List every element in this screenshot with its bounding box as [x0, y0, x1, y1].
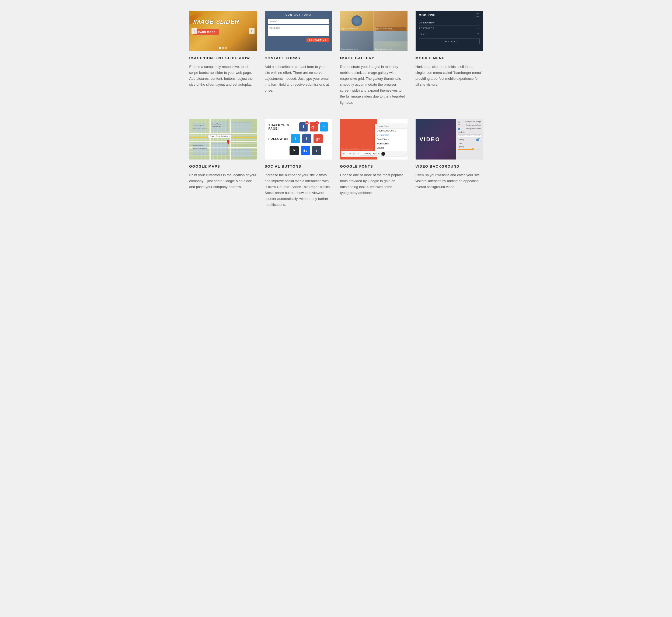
mm-item-overview[interactable]: OVERVIEW	[419, 20, 480, 26]
gallery-cell-2[interactable]: Type caption here	[374, 11, 408, 31]
fonts-item-open-sans[interactable]: Open Sans Con...	[375, 129, 407, 133]
mm-logo: MOBIRISE	[419, 13, 436, 17]
tumblr-icon[interactable]: t	[312, 146, 321, 155]
slider-prev-arrow[interactable]: ‹	[192, 28, 197, 34]
gplus-follow-icon[interactable]: g+	[313, 134, 323, 143]
image-gallery-title: IMAGE GALLERY	[340, 56, 408, 60]
map-road-v1	[210, 119, 211, 160]
contact-forms-desc: Add a subscribe or contact form to your …	[265, 64, 332, 93]
feature-google-maps: Jacob K. Javits Convention Center Отель …	[189, 119, 257, 208]
contact-message-input[interactable]	[268, 25, 329, 36]
mobile-menu-preview-container: MOBIRISE ☰ OVERVIEW FEATURES ▼ HELP ▼ DO…	[416, 11, 483, 51]
maps-preview: Jacob K. Javits Convention Center Отель …	[189, 119, 257, 160]
slider-dot-3[interactable]	[225, 47, 227, 49]
fonts-item-ubuntu[interactable]: Ubuntu	[375, 146, 407, 150]
google-maps-desc: Point your customers in the location of …	[189, 172, 257, 190]
social-share-row: SHARE THIS PAGE! f 192 g+ 47 t	[268, 122, 328, 132]
feature-google-fonts: ite in a few clicks! Mobirise helps you …	[340, 119, 408, 208]
fonts-toolbar-select[interactable]: Raleway	[361, 152, 377, 156]
fonts-preview: ite in a few clicks! Mobirise helps you …	[340, 119, 408, 160]
social-extra-row: ☀ Be t	[289, 146, 328, 155]
video-panel-bg-video-row: Background Video	[458, 128, 481, 130]
github-icon[interactable]: ☀	[289, 146, 299, 155]
slider-heading: IMAGE SLIDER	[193, 18, 239, 25]
fonts-toolbar-more[interactable]: •••	[357, 153, 360, 155]
gallery-caption-1: Type caption here	[341, 28, 359, 30]
google-fonts-title: GOOGLE FONTS	[340, 164, 408, 168]
map-road-h1	[189, 133, 257, 134]
gallery-cell-1[interactable]: Type caption here	[340, 11, 374, 31]
gallery-cell-4[interactable]: Type caption here	[374, 31, 408, 51]
contact-forms-title: CONTACT FORMS	[265, 56, 332, 60]
fonts-toolbar-bold[interactable]: B	[343, 153, 346, 155]
mm-hamburger-icon[interactable]: ☰	[476, 13, 480, 17]
social-share-label: SHARE THIS PAGE!	[268, 124, 297, 130]
video-preview-container: VIDEO Background Image Background Color	[416, 119, 483, 160]
mm-item-help[interactable]: HELP ▼	[419, 31, 480, 37]
feature-mobile-menu: MOBIRISE ☰ OVERVIEW FEATURES ▼ HELP ▼ DO…	[416, 11, 483, 106]
slider-dot-1[interactable]	[219, 47, 221, 49]
map-label-4: Times Square	[211, 126, 221, 128]
fonts-item-raleway[interactable]: ✓ Raleway	[375, 133, 407, 137]
map-road-h2	[189, 141, 257, 142]
feature-video-background: VIDEO Background Image Background Color	[416, 119, 483, 208]
social-follow-label: FOLLOW US	[268, 137, 289, 140]
video-background-desc: Liven up your website and catch your sit…	[416, 172, 483, 190]
mm-item-features[interactable]: FEATURES ▼	[419, 26, 480, 31]
gplus-share-icon[interactable]: g+ 47	[310, 122, 318, 132]
behance-icon[interactable]: Be	[301, 146, 310, 155]
video-overlay-toggle[interactable]	[476, 139, 481, 141]
map-block-3	[232, 122, 252, 132]
features-grid-2: Jacob K. Javits Convention Center Отель …	[189, 119, 483, 208]
facebook-share-icon[interactable]: f 192	[299, 122, 307, 132]
video-url-input[interactable]: http://www.youtube.com/watd	[458, 135, 481, 137]
video-panel-bg-video-radio[interactable]	[458, 128, 460, 130]
video-panel-bg-color-label: Background Color	[466, 124, 481, 126]
slider-next-arrow[interactable]: ›	[249, 28, 254, 34]
video-panel-bg-image-label: Background Image	[465, 121, 481, 123]
feature-social-buttons: SHARE THIS PAGE! f 192 g+ 47 t FOLLOW US	[265, 119, 332, 208]
video-panel-overlay-row: Overlay	[458, 139, 481, 141]
gallery-caption-3: Type caption here	[341, 48, 359, 50]
social-preview: SHARE THIS PAGE! f 192 g+ 47 t FOLLOW US	[265, 119, 332, 160]
gallery-caption-4: Type caption here	[375, 48, 393, 50]
map-block-6	[232, 149, 252, 157]
fonts-toolbar-color[interactable]	[381, 152, 385, 156]
contact-form-title: CONTACT FORM	[268, 13, 329, 16]
video-panel: Background Image Background Color Backgr…	[456, 119, 483, 160]
features-grid-1: IMAGE SLIDER LEARN MORE ‹ › IMAGE/CONTEN…	[189, 11, 483, 106]
video-panel-bg-image-radio[interactable]	[458, 121, 460, 123]
mobile-menu-desc: Horizontal site menu folds itself into a…	[416, 64, 483, 87]
fonts-toolbar-italic[interactable]: I	[346, 153, 348, 155]
video-opacity-slider[interactable]	[458, 149, 481, 150]
slider-learn-more[interactable]: LEARN MORE	[193, 29, 219, 35]
facebook-follow-icon[interactable]: f	[302, 134, 311, 143]
video-panel-color-row: Color	[458, 143, 481, 145]
mm-download-button[interactable]: DOWNLOAD	[419, 38, 480, 44]
mobile-menu-title: MOBILE MENU	[416, 56, 483, 60]
slider-dot-2[interactable]	[222, 47, 224, 49]
contact-name-input[interactable]	[268, 19, 329, 24]
twitter-share-icon[interactable]: t	[320, 122, 328, 132]
svg-point-7	[381, 42, 401, 47]
fonts-item-montserrat[interactable]: Montserrat	[375, 142, 407, 146]
contact-submit-button[interactable]: CONTACT US	[306, 38, 329, 42]
video-panel-opacity-row: Opacity	[458, 146, 481, 148]
video-panel-bg-color-radio[interactable]	[458, 124, 460, 126]
gallery-preview: Type caption here Type caption here Type…	[340, 11, 408, 51]
mm-item-help-arrow: ▼	[477, 33, 479, 35]
map-tooltip: Empire State Building	[208, 135, 232, 138]
facebook-share-count: 192	[305, 121, 309, 125]
twitter-follow-icon[interactable]: t	[291, 134, 300, 143]
video-panel-youtube-label: YouTube	[458, 131, 465, 133]
social-preview-container: SHARE THIS PAGE! f 192 g+ 47 t FOLLOW US	[265, 119, 332, 160]
fonts-toolbar-underline[interactable]: U	[349, 153, 352, 155]
gallery-grid: Type caption here Type caption here Type…	[340, 11, 408, 51]
fonts-item-droid-sans[interactable]: Droid Sans	[375, 137, 407, 142]
map-block-1	[193, 123, 206, 132]
mm-item-help-label: HELP	[419, 33, 427, 35]
gallery-cell-3[interactable]: Type caption here	[340, 31, 374, 51]
video-panel-opacity-label: Opacity	[458, 146, 464, 148]
fonts-toolbar-link[interactable]: 🔗	[352, 153, 356, 155]
video-opacity-thumb[interactable]	[472, 148, 474, 150]
